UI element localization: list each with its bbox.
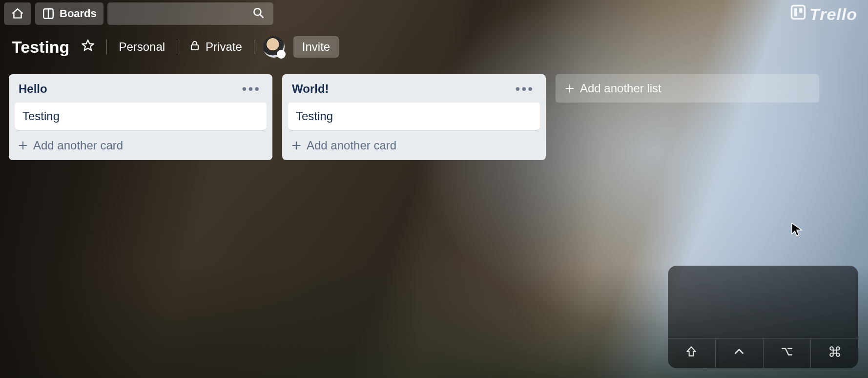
board-lane: Hello ••• Testing Add another card World… bbox=[0, 64, 868, 170]
board-header: Testing Personal Private Invite bbox=[0, 27, 868, 64]
add-card-label: Add another card bbox=[33, 139, 123, 152]
member-avatar[interactable] bbox=[263, 36, 285, 58]
search-icon bbox=[252, 6, 265, 21]
team-label: Personal bbox=[119, 40, 165, 54]
search-input[interactable] bbox=[107, 2, 273, 25]
home-icon bbox=[11, 7, 24, 20]
home-button[interactable] bbox=[4, 2, 31, 25]
card-title: Testing bbox=[22, 109, 60, 123]
list-menu-button[interactable]: ••• bbox=[240, 85, 263, 93]
shift-key-button[interactable] bbox=[668, 338, 716, 368]
card-title: Testing bbox=[296, 109, 333, 123]
header-divider bbox=[177, 40, 177, 54]
plus-icon bbox=[18, 140, 28, 151]
card[interactable]: Testing bbox=[288, 103, 540, 130]
control-key-button[interactable] bbox=[716, 338, 764, 368]
header-divider bbox=[106, 40, 107, 54]
list-header: Hello ••• bbox=[15, 80, 267, 97]
star-board-button[interactable] bbox=[78, 37, 98, 57]
svg-rect-4 bbox=[792, 6, 805, 19]
board-title[interactable]: Testing bbox=[12, 38, 69, 57]
chevron-up-icon bbox=[733, 345, 745, 361]
shift-icon bbox=[685, 345, 698, 361]
command-icon bbox=[828, 345, 841, 361]
list-title[interactable]: World! bbox=[292, 82, 329, 96]
list-title[interactable]: Hello bbox=[19, 82, 47, 96]
plus-icon bbox=[291, 140, 302, 151]
list-header: World! ••• bbox=[288, 80, 540, 97]
lock-icon bbox=[189, 40, 201, 54]
svg-marker-7 bbox=[83, 40, 94, 50]
team-button[interactable]: Personal bbox=[116, 38, 168, 56]
top-navigation: Boards Trello bbox=[0, 0, 868, 27]
ellipsis-icon: ••• bbox=[242, 81, 261, 96]
ellipsis-icon: ••• bbox=[516, 81, 534, 96]
add-list-label: Add another list bbox=[580, 82, 661, 95]
plus-icon bbox=[564, 83, 575, 94]
trello-logo-icon bbox=[790, 4, 806, 24]
option-icon bbox=[780, 345, 794, 361]
boards-button[interactable]: Boards bbox=[35, 2, 103, 25]
star-icon bbox=[81, 39, 95, 55]
list-menu-button[interactable]: ••• bbox=[514, 85, 536, 93]
visibility-button[interactable]: Private bbox=[186, 38, 245, 56]
invite-button[interactable]: Invite bbox=[293, 36, 339, 58]
add-list-button[interactable]: Add another list bbox=[556, 74, 819, 103]
svg-line-3 bbox=[260, 15, 263, 18]
add-card-button[interactable]: Add another card bbox=[15, 136, 267, 152]
svg-rect-5 bbox=[794, 8, 797, 17]
header-divider bbox=[254, 40, 254, 54]
option-key-button[interactable] bbox=[764, 338, 811, 368]
list: World! ••• Testing Add another card bbox=[282, 74, 546, 160]
trello-logo-text: Trello bbox=[809, 5, 857, 24]
keyboard-overlay-bar bbox=[668, 338, 858, 368]
add-card-label: Add another card bbox=[307, 139, 396, 152]
keyboard-overlay-panel bbox=[668, 266, 858, 368]
invite-label: Invite bbox=[302, 40, 330, 53]
list: Hello ••• Testing Add another card bbox=[9, 74, 272, 160]
visibility-label: Private bbox=[206, 40, 242, 54]
svg-rect-6 bbox=[799, 8, 802, 13]
trello-logo[interactable]: Trello bbox=[790, 4, 857, 24]
card[interactable]: Testing bbox=[15, 103, 267, 130]
svg-rect-8 bbox=[191, 45, 198, 50]
command-key-button[interactable] bbox=[811, 338, 858, 368]
boards-label: Boards bbox=[60, 7, 97, 20]
boards-icon bbox=[42, 7, 55, 20]
cursor-icon bbox=[791, 222, 803, 239]
add-card-button[interactable]: Add another card bbox=[288, 136, 540, 152]
